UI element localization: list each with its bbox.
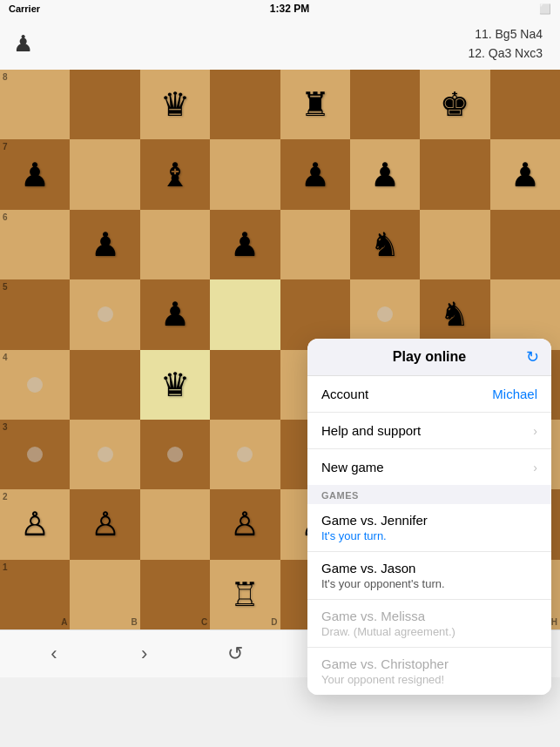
chess-piece: ♛ [160,88,190,121]
board-cell[interactable] [210,70,280,139]
rotate-button[interactable]: ↺ [213,635,257,673]
game-title: Game vs. Jennifer [321,513,537,528]
game-row[interactable]: Game vs. ChristopherYour opponent resign… [307,648,551,695]
account-label: Account [321,387,368,401]
move-indicator [167,447,183,462]
board-cell[interactable] [70,279,139,349]
chess-piece: ♝ [160,158,190,192]
game-title: Game vs. Christopher [321,656,537,671]
board-cell[interactable]: ♟ [140,279,210,349]
move-indicator [98,447,113,462]
board-cell[interactable]: ♚ [420,70,489,139]
board-cell[interactable] [490,70,560,139]
move-indicator [377,306,393,322]
game-subtitle: Your opponent resigned! [321,673,537,686]
board-cell[interactable]: ♙ [210,489,280,559]
games-section: Game vs. JenniferIt's your turn.Game vs.… [307,504,551,695]
row-label: 1 [3,562,8,572]
new-game-row[interactable]: New game › [307,449,551,485]
chess-piece: ♟ [91,228,120,261]
panel-title: Play online [393,349,466,365]
game-row[interactable]: Game vs. MelissaDraw. (Mutual agreement.… [307,600,551,648]
back-button[interactable]: ‹ [32,635,76,673]
board-cell[interactable]: D♖ [210,560,280,629]
board-cell[interactable]: B [70,560,139,629]
account-value: Michael [492,387,537,401]
board-cell[interactable]: 2♙ [0,489,70,559]
board-cell[interactable]: 5 [0,279,70,349]
board-cell[interactable] [350,70,420,139]
board-cell[interactable] [420,210,489,279]
col-label: H [551,617,557,627]
game-row[interactable]: Game vs. JasonIt's your opponent's turn. [307,552,551,600]
forward-button[interactable]: › [123,635,166,673]
play-online-panel: Play online ↻ Account Michael Help and s… [307,339,551,695]
battery-label: ⬜ [539,3,551,15]
board-cell[interactable]: 1A [0,560,70,629]
chess-piece: ♟ [370,158,400,192]
chess-piece: ♚ [440,88,469,121]
back-icon: ‹ [51,643,57,665]
panel-header: Play online ↻ [307,339,551,376]
board-cell[interactable] [70,70,139,139]
board-cell[interactable] [140,420,210,489]
new-game-chevron-icon: › [533,461,537,474]
board-cell[interactable]: ♜ [280,70,350,139]
move-line-2: 12. Qa3 Nxc3 [468,44,543,63]
row-label: 4 [3,353,8,362]
move-line-1: 11. Bg5 Na4 [475,24,543,44]
col-label: A [61,617,67,627]
carrier-label: Carrier [9,3,40,14]
chess-piece: ♞ [370,228,400,261]
game-subtitle: It's your turn. [321,529,537,542]
board-cell[interactable] [210,139,280,209]
board-cell[interactable] [140,210,210,279]
row-label: 8 [3,72,8,82]
col-label: D [271,617,277,627]
status-bar: Carrier 1:32 PM ⬜ [0,0,560,17]
panel-refresh-button[interactable]: ↻ [526,347,539,367]
board-cell[interactable]: ♟ [490,139,560,209]
board-cell[interactable] [210,420,280,489]
chess-piece: ♛ [160,368,190,401]
panel-account-section: Account Michael Help and support › New g… [307,376,551,485]
account-row[interactable]: Account Michael [307,376,551,413]
board-cell[interactable]: ♟ [350,139,420,209]
board-cell[interactable]: ♛ [140,70,210,139]
board-cell[interactable] [70,350,139,420]
board-cell[interactable]: 3 [0,420,70,489]
board-cell[interactable] [70,420,139,489]
board-cell[interactable]: 8 [0,70,70,139]
help-support-row[interactable]: Help and support › [307,413,551,449]
board-cell[interactable]: ♟ [70,210,139,279]
board-cell[interactable]: 4 [0,350,70,420]
chess-piece: ♜ [300,88,330,121]
chess-piece: ♙ [230,508,260,541]
time-label: 1:32 PM [270,3,309,15]
board-cell[interactable] [70,139,139,209]
move-notation: ♟ 11. Bg5 Na4 12. Qa3 Nxc3 [0,17,560,70]
board-cell[interactable] [210,350,280,420]
game-row[interactable]: Game vs. JenniferIt's your turn. [307,504,551,552]
board-cell[interactable]: ♛ [140,350,210,420]
forward-icon: › [141,643,147,665]
chess-piece: ♞ [440,298,469,331]
chess-piece: ♟ [510,158,540,192]
board-cell[interactable]: ♙ [70,489,139,559]
chess-piece: ♟ [160,298,190,331]
board-cell[interactable] [280,210,350,279]
board-cell[interactable]: C [140,560,210,629]
board-cell[interactable] [210,279,280,349]
board-cell[interactable] [420,139,489,209]
move-indicator [237,447,253,462]
board-cell[interactable]: ♟ [210,210,280,279]
board-cell[interactable]: 6 [0,210,70,279]
board-cell[interactable]: ♝ [140,139,210,209]
help-support-label: Help and support [321,423,421,438]
board-cell[interactable]: 7♟ [0,139,70,209]
board-cell[interactable]: ♞ [350,210,420,279]
board-cell[interactable] [140,489,210,559]
board-cell[interactable]: ♟ [280,139,350,209]
board-cell[interactable] [490,210,560,279]
game-subtitle: It's your opponent's turn. [321,577,537,590]
